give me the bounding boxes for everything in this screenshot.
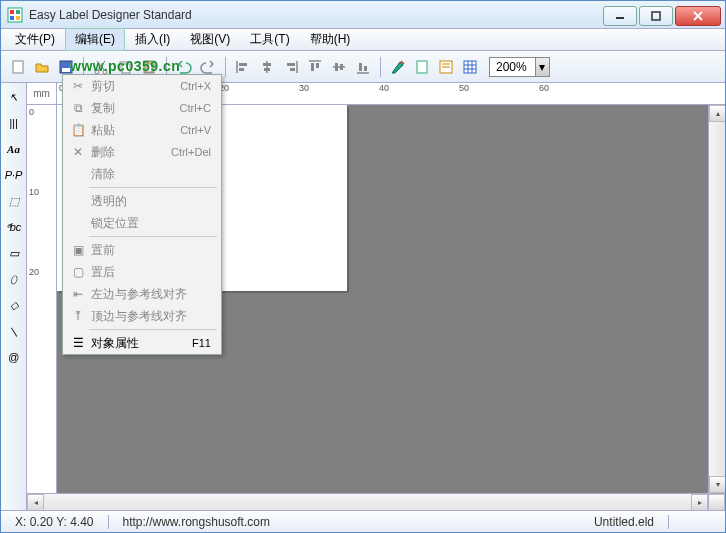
app-icon bbox=[7, 7, 23, 23]
ruler-vertical: 0 10 20 bbox=[27, 105, 57, 493]
menu-clear[interactable]: 清除 bbox=[63, 163, 221, 185]
svg-rect-23 bbox=[264, 68, 270, 71]
svg-rect-25 bbox=[287, 63, 295, 66]
svg-rect-19 bbox=[239, 63, 247, 66]
title-bar: Easy Label Designer Standard bbox=[1, 1, 725, 29]
svg-rect-11 bbox=[62, 68, 70, 72]
svg-rect-40 bbox=[464, 61, 476, 73]
tool-richtext[interactable]: ᵃbc bbox=[4, 217, 24, 237]
svg-rect-1 bbox=[10, 10, 14, 14]
status-bar: X: 0.20 Y: 4.40 http://www.rongshusoft.c… bbox=[1, 510, 725, 532]
svg-rect-35 bbox=[364, 66, 367, 71]
tool-ellipse[interactable]: ⬯ bbox=[4, 269, 24, 289]
align-center-v-icon[interactable] bbox=[328, 56, 350, 78]
svg-rect-31 bbox=[335, 63, 338, 71]
scrollbar-horizontal[interactable]: ◂ ▸ bbox=[27, 493, 725, 510]
svg-rect-32 bbox=[340, 64, 343, 70]
status-filename: Untitled.eld bbox=[588, 515, 660, 529]
scroll-down-icon[interactable]: ▾ bbox=[709, 476, 725, 493]
scroll-up-icon[interactable]: ▴ bbox=[709, 105, 725, 122]
svg-rect-36 bbox=[417, 61, 427, 73]
page-setup-icon[interactable] bbox=[411, 56, 433, 78]
menu-align-top-guide[interactable]: ⤒顶边与参考线对齐 bbox=[63, 305, 221, 327]
ruler-unit: mm bbox=[27, 83, 57, 105]
svg-rect-6 bbox=[652, 12, 660, 20]
svg-rect-15 bbox=[122, 64, 130, 73]
tool-pointer[interactable]: ↖ bbox=[4, 87, 24, 107]
close-button[interactable] bbox=[675, 6, 721, 26]
menu-align-left-guide[interactable]: ⇤左边与参考线对齐 bbox=[63, 283, 221, 305]
svg-rect-4 bbox=[16, 16, 20, 20]
tool-line[interactable]: ＼ bbox=[4, 321, 24, 341]
menu-file[interactable]: 文件(P) bbox=[5, 28, 65, 51]
svg-rect-34 bbox=[359, 63, 362, 71]
left-toolbox: ↖ ||| Aa P·P ⬚ ᵃbc ▭ ⬯ ◇ ＼ @ bbox=[1, 83, 27, 510]
zoom-dropdown-icon[interactable]: ▾ bbox=[535, 58, 549, 76]
tool-ptp[interactable]: P·P bbox=[4, 165, 24, 185]
menu-send-back[interactable]: ▢置后 bbox=[63, 261, 221, 283]
menu-delete[interactable]: ✕删除Ctrl+Del bbox=[63, 141, 221, 163]
edit-shape-icon[interactable] bbox=[387, 56, 409, 78]
menu-transparent[interactable]: 透明的 bbox=[63, 190, 221, 212]
open-button[interactable] bbox=[31, 56, 53, 78]
align-center-h-icon[interactable] bbox=[256, 56, 278, 78]
bring-front-icon: ▣ bbox=[69, 243, 87, 257]
svg-rect-9 bbox=[13, 61, 23, 73]
svg-rect-29 bbox=[316, 63, 319, 68]
properties-icon: ☰ bbox=[69, 336, 87, 350]
copy-icon: ⧉ bbox=[69, 101, 87, 115]
delete-icon: ✕ bbox=[69, 145, 87, 159]
align-top-icon[interactable] bbox=[304, 56, 326, 78]
edit-menu-dropdown: ✂剪切Ctrl+X ⧉复制Ctrl+C 📋粘贴Ctrl+V ✕删除Ctrl+De… bbox=[62, 74, 222, 355]
tool-at[interactable]: @ bbox=[4, 347, 24, 367]
menu-help[interactable]: 帮助(H) bbox=[300, 28, 361, 51]
align-right-icon[interactable] bbox=[280, 56, 302, 78]
menu-tools[interactable]: 工具(T) bbox=[240, 28, 299, 51]
menu-lock-position[interactable]: 锁定位置 bbox=[63, 212, 221, 234]
cut-icon: ✂ bbox=[69, 79, 87, 93]
tool-image[interactable]: ⬚ bbox=[4, 191, 24, 211]
menu-edit[interactable]: 编辑(E) bbox=[65, 28, 125, 51]
send-back-icon: ▢ bbox=[69, 265, 87, 279]
zoom-value: 200% bbox=[490, 60, 535, 74]
status-coords: X: 0.20 Y: 4.40 bbox=[9, 515, 100, 529]
svg-rect-28 bbox=[311, 63, 314, 71]
properties-icon[interactable] bbox=[435, 56, 457, 78]
new-button[interactable] bbox=[7, 56, 29, 78]
svg-rect-26 bbox=[290, 68, 295, 71]
menu-view[interactable]: 视图(V) bbox=[180, 28, 240, 51]
grid-icon[interactable] bbox=[459, 56, 481, 78]
menu-object-properties[interactable]: ☰对象属性F11 bbox=[63, 332, 221, 354]
tool-barcode[interactable]: ||| bbox=[4, 113, 24, 133]
tool-rect[interactable]: ▭ bbox=[4, 243, 24, 263]
svg-rect-22 bbox=[263, 63, 271, 66]
status-url: http://www.rongshusoft.com bbox=[117, 515, 276, 529]
align-left-guide-icon: ⇤ bbox=[69, 287, 87, 301]
tool-diamond[interactable]: ◇ bbox=[4, 295, 24, 315]
menu-bar: 文件(P) 编辑(E) 插入(I) 视图(V) 工具(T) 帮助(H) bbox=[1, 29, 725, 51]
menu-copy[interactable]: ⧉复制Ctrl+C bbox=[63, 97, 221, 119]
align-top-guide-icon: ⤒ bbox=[69, 309, 87, 323]
svg-rect-17 bbox=[146, 64, 152, 72]
scroll-right-icon[interactable]: ▸ bbox=[691, 494, 708, 510]
svg-rect-3 bbox=[10, 16, 14, 20]
menu-paste[interactable]: 📋粘贴Ctrl+V bbox=[63, 119, 221, 141]
window-title: Easy Label Designer Standard bbox=[29, 8, 601, 22]
paste-icon: 📋 bbox=[69, 123, 87, 137]
maximize-button[interactable] bbox=[639, 6, 673, 26]
menu-cut[interactable]: ✂剪切Ctrl+X bbox=[63, 75, 221, 97]
svg-rect-2 bbox=[16, 10, 20, 14]
tool-text[interactable]: Aa bbox=[4, 139, 24, 159]
minimize-button[interactable] bbox=[603, 6, 637, 26]
align-left-icon[interactable] bbox=[232, 56, 254, 78]
align-bottom-icon[interactable] bbox=[352, 56, 374, 78]
scrollbar-vertical[interactable]: ▴ ▾ bbox=[708, 105, 725, 493]
scroll-left-icon[interactable]: ◂ bbox=[27, 494, 44, 510]
zoom-combo[interactable]: 200% ▾ bbox=[489, 57, 550, 77]
menu-insert[interactable]: 插入(I) bbox=[125, 28, 180, 51]
menu-bring-front[interactable]: ▣置前 bbox=[63, 239, 221, 261]
svg-rect-20 bbox=[239, 68, 244, 71]
